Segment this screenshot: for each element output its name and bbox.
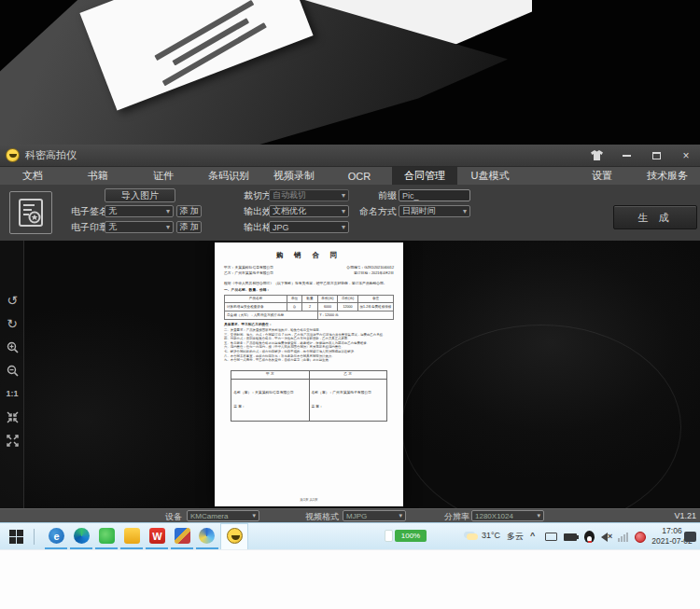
app-logo-icon (6, 148, 20, 162)
tray-security-icon[interactable] (635, 532, 646, 543)
effect-dropdown[interactable]: 文档优化 ▾ (269, 205, 349, 217)
wps-icon[interactable]: W (149, 528, 165, 544)
preview-canvas: ↺ ↻ 1:1 (0, 241, 700, 508)
app-title: 科密高拍仪 (25, 148, 77, 162)
screen: 科密高拍仪 × 文档 书籍 证件 条码识别 视频录制 OCR 合同管理 U盘模式… (0, 0, 700, 609)
taskbar: e W 100% 31°C 多云 ^ 17:06 20 (0, 522, 700, 549)
version-text: V1.21 (674, 511, 696, 520)
status-bar: 设备 KMCamera ▾ 视频格式 MJPG ▾ 分辨率 1280X1024 … (0, 508, 700, 522)
toolbar: 导入图片 裁切方式 自动裁切 ▾ 前缀 电子签名 无 ▾ 添 加 输出效果 文档… (0, 185, 700, 241)
tab-video-record[interactable]: 视频录制 (261, 167, 327, 185)
zoom-out-button[interactable] (0, 361, 24, 380)
eseal-dropdown[interactable]: 无 ▾ (105, 221, 174, 233)
import-image-button[interactable]: 导入图片 (105, 188, 175, 202)
weather-condition[interactable]: 多云 (507, 531, 524, 543)
tab-tech-service[interactable]: 技术服务 (635, 167, 700, 185)
weather-temp[interactable]: 31°C (482, 531, 500, 540)
contract-meta: 合同编号：GZKD2021040012 签订日期：2021年4月2日 (346, 265, 394, 276)
scanner-app-icon[interactable] (227, 528, 243, 544)
edge-icon[interactable] (74, 528, 90, 544)
chevron-down-icon: ▾ (166, 207, 170, 215)
terms-heading: 具体要求、甲方和乙方的责任： (224, 323, 394, 327)
product-photo (0, 0, 700, 145)
chevron-down-icon: ▾ (463, 207, 467, 215)
prefix-label: 前缀 (378, 189, 397, 201)
rotate-right-button[interactable]: ↻ (0, 314, 24, 333)
contract-section1: 一、产品名称、数量、价格： (224, 288, 394, 293)
chevron-down-icon: ▾ (252, 512, 256, 519)
product-table: 产品名称 单位 数量 单价(元) 总价(元) 备注 计算机信息安全检查设备 台 … (224, 295, 394, 321)
notification-center-icon[interactable] (684, 532, 696, 542)
browser-icon[interactable]: e (49, 528, 64, 544)
taskbar-separator (34, 529, 35, 545)
video-format-dropdown[interactable]: MJPG ▾ (343, 510, 406, 521)
tab-spacer (523, 167, 569, 185)
chevron-down-icon: ▾ (342, 191, 345, 200)
prefix-input[interactable] (399, 189, 470, 201)
app-icon[interactable] (175, 528, 190, 544)
fit-screen-button[interactable] (0, 408, 24, 426)
start-button[interactable] (9, 530, 23, 544)
tray-qq-icon[interactable] (584, 531, 595, 543)
crop-method-dropdown[interactable]: 自动裁切 ▾ (269, 189, 349, 201)
page-margin (0, 549, 700, 609)
battery-widget[interactable]: 100% (385, 530, 427, 542)
weather-icon (467, 533, 478, 540)
tab-settings[interactable]: 设置 (569, 167, 635, 185)
tray-volume-muted-icon[interactable] (601, 533, 608, 542)
file-explorer-icon[interactable] (124, 528, 140, 544)
eseal-label: 电子印章 (71, 221, 108, 233)
app-swirl-icon[interactable] (199, 528, 215, 544)
zoom-in-button[interactable] (0, 338, 24, 356)
term-line: 九、本合同一式两份，甲乙双方各执壹份，自双方签字（盖章）之日起生效。 (224, 358, 394, 363)
tab-book[interactable]: 书籍 (65, 167, 131, 185)
tray-display-icon[interactable] (545, 533, 557, 541)
tray-network-icon[interactable] (618, 533, 628, 542)
tab-barcode[interactable]: 条码识别 (196, 167, 261, 185)
actual-size-button[interactable]: 1:1 (0, 384, 24, 403)
esign-add-button[interactable]: 添 加 (176, 205, 202, 217)
tray-expand-icon[interactable]: ^ (530, 531, 535, 540)
resolution-dropdown[interactable]: 1280X1024 ▾ (471, 510, 544, 521)
canvas-decoration (0, 297, 243, 508)
battery-percent: 100% (395, 530, 427, 542)
tab-document[interactable]: 文档 (0, 167, 65, 185)
esign-dropdown[interactable]: 无 ▾ (105, 205, 174, 217)
title-bar: 科密高拍仪 × (0, 145, 700, 167)
contract-preview-page: 购 销 合 同 甲方：天某某科技信息有限公司 乙方：广州市某某电子有限公司 合同… (215, 242, 403, 506)
rotate-left-button[interactable]: ↺ (0, 291, 24, 310)
contract-parties: 甲方：天某某科技信息有限公司 乙方：广州市某某电子有限公司 (224, 265, 273, 276)
table-total-row: 总金额（大写）：人民币壹万贰仟元整 ¥：12000 元 (225, 311, 394, 320)
naming-label: 命名方式 (359, 205, 397, 217)
format-dropdown[interactable]: JPG ▾ (269, 221, 349, 233)
tab-bar: 文档 书籍 证件 条码识别 视频录制 OCR 合同管理 U盘模式 设置 技术服务 (0, 167, 700, 185)
chevron-down-icon: ▾ (166, 223, 170, 231)
fullscreen-button[interactable] (0, 431, 24, 450)
eseal-add-button[interactable]: 添 加 (176, 221, 202, 233)
battery-icon (385, 530, 393, 542)
image-tool-strip: ↺ ↻ 1:1 (0, 241, 24, 508)
device-dropdown[interactable]: KMCamera ▾ (187, 510, 259, 521)
esign-label: 电子签名 (71, 205, 108, 217)
tab-contract-management[interactable]: 合同管理 (392, 167, 457, 185)
chevron-down-icon: ▾ (342, 207, 345, 215)
chevron-down-icon: ▾ (399, 512, 402, 519)
chevron-down-icon: ▾ (537, 512, 540, 519)
table-row: 计算机信息安全检查设备 台 2 6000 12000 按1-2年免费维修保修 (225, 303, 394, 311)
tab-ocr[interactable]: OCR (327, 167, 392, 185)
contract-intro: 根据《中华人民共和国合同法》（以下简称）等有关规定，经甲乙双方友好协商，签订本产… (224, 282, 394, 286)
restore-button[interactable] (648, 149, 665, 162)
wechat-icon[interactable] (99, 528, 115, 544)
skin-icon[interactable] (588, 149, 605, 162)
tab-idcard[interactable]: 证件 (131, 167, 196, 185)
signature-table: 甲 方 乙 方 名称（章）：天某某科技信息有限公司 盖 章： 名称（章）：广州市… (231, 370, 386, 422)
contract-mode-icon (9, 191, 52, 234)
minimize-button[interactable] (618, 149, 635, 162)
naming-dropdown[interactable]: 日期时间 ▾ (399, 205, 470, 217)
page-footer: 第1页 共1页 (215, 498, 403, 503)
contract-title: 购 销 合 同 (224, 251, 394, 260)
close-button[interactable]: × (678, 149, 694, 162)
generate-button[interactable]: 生 成 (613, 205, 697, 229)
tray-battery-icon[interactable] (564, 533, 577, 541)
tab-usb-mode[interactable]: U盘模式 (457, 167, 523, 185)
